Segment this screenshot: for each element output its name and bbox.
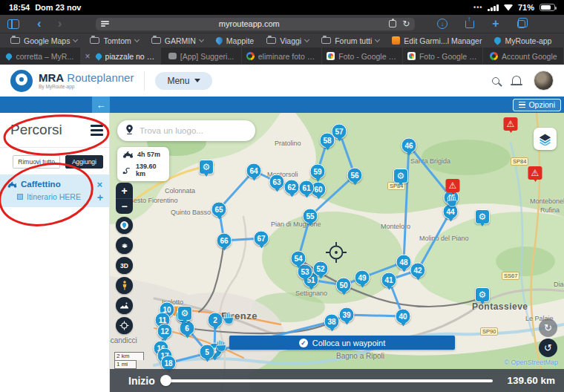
- waypoint-58[interactable]: 58: [320, 133, 335, 148]
- 3d-view-button[interactable]: 3D: [116, 257, 133, 274]
- tab-piazzale-no-mo[interactable]: ×piazzale no mo...: [81, 48, 162, 65]
- map-search-box[interactable]: [117, 120, 255, 141]
- close-icon[interactable]: ×: [96, 180, 102, 189]
- waypoint-50[interactable]: 50: [336, 278, 352, 293]
- cellular-signal-icon: [488, 4, 499, 11]
- folder-icon: [90, 37, 99, 44]
- streetview-pegman-button[interactable]: [116, 277, 133, 294]
- waypoint-65[interactable]: 65: [212, 202, 227, 218]
- bookmark-garmin[interactable]: GARMIN: [151, 36, 203, 45]
- osm-attribution[interactable]: © OpenStreetMap: [504, 359, 558, 366]
- waypoint-54[interactable]: 54: [291, 251, 306, 267]
- waypoint-42[interactable]: 42: [410, 263, 426, 278]
- new-tab-icon[interactable]: +: [492, 18, 499, 30]
- avatar[interactable]: [534, 71, 554, 91]
- app-blue-bar: ← Opzioni: [0, 97, 564, 113]
- options-button[interactable]: Opzioni: [513, 99, 561, 111]
- map-canvas[interactable]: 4h 57m 139.60 km + − 3D: [110, 113, 564, 392]
- poi-gear-marker[interactable]: ⚙: [199, 160, 214, 174]
- waypoint-61[interactable]: 61: [299, 180, 315, 196]
- tab-foto-google-f[interactable]: Foto - Google F...: [403, 48, 484, 65]
- sidebar-menu-icon[interactable]: [91, 125, 103, 136]
- waypoint-46[interactable]: 46: [401, 138, 417, 154]
- bookmark-myroute-app[interactable]: MyRoute-app: [494, 36, 551, 45]
- waypoint-66[interactable]: 66: [217, 233, 232, 249]
- timeline-slider-knob[interactable]: [160, 375, 171, 386]
- hand-marker[interactable]: [446, 195, 458, 210]
- sidebar-toggle-icon[interactable]: [7, 19, 19, 29]
- timeline-track[interactable]: [166, 379, 493, 382]
- elevation-chart-button[interactable]: [116, 297, 133, 314]
- notifications-icon[interactable]: [512, 76, 521, 84]
- waypoint-40[interactable]: 40: [396, 309, 411, 324]
- hand-marker[interactable]: [223, 312, 235, 327]
- warning-marker[interactable]: ⚠: [528, 166, 542, 180]
- map-tool-button[interactable]: [116, 237, 133, 254]
- undo-button[interactable]: ↺: [539, 339, 557, 357]
- waypoint-62[interactable]: 62: [284, 180, 300, 195]
- add-button[interactable]: Aggiungi: [65, 155, 103, 169]
- rotate-button[interactable]: ↻: [539, 318, 557, 337]
- tab-foto-google-f[interactable]: Foto - Google F...: [322, 48, 403, 65]
- reload-icon[interactable]: ↻: [402, 19, 410, 28]
- poi-gear-marker[interactable]: ⚙: [475, 209, 490, 224]
- waypoint-48[interactable]: 48: [396, 255, 412, 270]
- tab-overview-icon[interactable]: [517, 20, 525, 28]
- address-bar[interactable]: myrouteapp.com ↻: [96, 18, 415, 30]
- waypoint-5[interactable]: 5: [200, 344, 215, 360]
- waypoint-56[interactable]: 56: [347, 168, 363, 183]
- reader-icon[interactable]: [101, 21, 109, 26]
- search-input[interactable]: [140, 126, 248, 135]
- waypoint-number: 38: [327, 318, 335, 326]
- tab-eliminare-foto-d[interactable]: eliminare foto d...: [242, 48, 323, 65]
- waypoint-63[interactable]: 63: [269, 174, 285, 190]
- search-icon[interactable]: [492, 77, 499, 85]
- poi-gear-marker[interactable]: ⚙: [177, 306, 192, 321]
- waypoint-64[interactable]: 64: [246, 163, 262, 179]
- waypoint-41[interactable]: 41: [381, 272, 397, 288]
- downloads-icon[interactable]: ↓: [437, 19, 447, 29]
- back-button[interactable]: ‹: [37, 17, 55, 31]
- bookmark-google-maps[interactable]: Google Maps: [10, 36, 77, 45]
- waypoint-12[interactable]: 12: [157, 324, 173, 339]
- zoom-out-button[interactable]: −: [116, 198, 133, 214]
- extensions-icon[interactable]: [389, 20, 396, 27]
- menu-button[interactable]: Menu: [155, 72, 212, 90]
- bookmark-edit-garmi-l-manager[interactable]: Edit Garmi...l Manager: [392, 36, 482, 45]
- bookmark-forum-tutti[interactable]: Forum tutti: [321, 36, 379, 45]
- url-text[interactable]: myrouteapp.com: [109, 19, 389, 28]
- hand-marker[interactable]: [215, 339, 227, 355]
- add-track-icon[interactable]: +: [97, 192, 103, 203]
- waypoint-49[interactable]: 49: [355, 270, 370, 286]
- bookmark-viaggi[interactable]: Viaggi: [266, 36, 309, 45]
- waypoint-39[interactable]: 39: [339, 307, 355, 323]
- waypoint-55[interactable]: 55: [303, 209, 318, 224]
- zoom-in-button[interactable]: +: [116, 183, 133, 198]
- bookmark-mappite[interactable]: Mappite: [216, 36, 254, 45]
- collapse-sidebar-button[interactable]: ←: [92, 97, 110, 113]
- route-list-item[interactable]: Caffettino Itinerario HERE × +: [0, 174, 109, 207]
- bookmark-tomtom[interactable]: Tomtom: [90, 36, 138, 45]
- tab-account-google[interactable]: Account Google: [483, 48, 564, 65]
- waypoint-38[interactable]: 38: [324, 314, 340, 330]
- poi-gear-marker[interactable]: ⚙: [475, 287, 490, 302]
- tab-corretta-myr[interactable]: corretta – MyR...: [0, 48, 81, 65]
- waypoint-52[interactable]: 52: [313, 261, 329, 277]
- compass-center-button[interactable]: [116, 317, 133, 334]
- poi-gear-marker[interactable]: ⚙: [393, 169, 408, 183]
- layers-button[interactable]: [534, 128, 557, 150]
- warning-marker[interactable]: ⚠: [446, 179, 460, 192]
- warning-marker[interactable]: ⚠: [504, 117, 518, 131]
- tab-app-suggeri[interactable]: [App] Suggeri...: [161, 48, 242, 65]
- waypoint-2[interactable]: 2: [208, 313, 223, 328]
- tab-label: Foto - Google F...: [338, 52, 398, 61]
- place-waypoint-button[interactable]: ✓ Colloca un waypoint: [229, 336, 455, 350]
- remove-all-button[interactable]: Rimuovi tutto: [13, 155, 60, 169]
- waypoint-59[interactable]: 59: [310, 164, 326, 180]
- share-icon[interactable]: [465, 20, 474, 28]
- my-location-button[interactable]: [116, 217, 133, 234]
- close-icon[interactable]: ×: [85, 51, 91, 62]
- waypoint-67[interactable]: 67: [254, 231, 269, 246]
- orange-icon: [392, 36, 400, 45]
- chevron-down-icon: [194, 79, 200, 85]
